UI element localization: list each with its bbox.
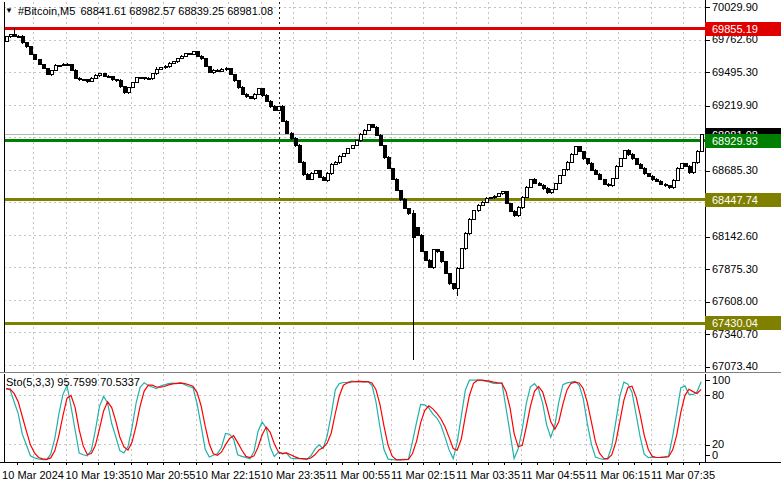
candle-bullish <box>692 163 695 172</box>
symbol-timeframe-label: #Bitcoin,M5 <box>18 5 75 17</box>
time-axis-label: 10 Mar 20:55 <box>131 469 196 481</box>
candle-bearish <box>643 168 646 173</box>
price-axis-label: 67608.00 <box>712 295 758 308</box>
candle-bearish <box>440 252 443 262</box>
candle-bearish <box>290 133 293 138</box>
candle-bullish <box>676 169 679 181</box>
price-axis-label: 69495.30 <box>712 66 758 79</box>
price-axis-label: 69219.90 <box>712 99 758 112</box>
candle-bullish <box>619 158 622 167</box>
candle-bearish <box>416 228 419 236</box>
candle-bullish <box>472 210 475 219</box>
candle-bullish <box>253 94 256 98</box>
candle-bearish <box>509 203 512 211</box>
candle-bullish <box>456 268 459 289</box>
candle-bearish <box>78 78 81 79</box>
candle-bearish <box>273 106 276 111</box>
candle-bearish <box>424 252 427 261</box>
price-badge: 69855.19 <box>705 22 781 36</box>
price-axis-label: 67073.40 <box>712 360 758 373</box>
indicator-axis-label: 100 <box>712 374 730 387</box>
candle-bullish <box>338 157 341 163</box>
one-click-trading-collapse-icon[interactable]: ▼ <box>5 6 13 16</box>
candle-bullish <box>554 184 557 189</box>
stochastic-main-line <box>6 380 701 460</box>
candle-bearish <box>513 211 516 215</box>
candle-bearish <box>229 68 232 74</box>
candle-bearish <box>196 52 199 57</box>
candle-bearish <box>119 80 122 86</box>
candle-bullish <box>611 178 614 185</box>
candle-bullish <box>58 65 61 66</box>
indicator-label: Sto(5,3,3) 95.7599 70.5337 <box>6 376 140 388</box>
candle-bullish <box>330 165 333 174</box>
candle-bullish <box>127 87 130 93</box>
candle-bullish <box>342 153 345 156</box>
candle-bullish <box>680 163 683 168</box>
candle-bearish <box>285 121 288 133</box>
main-chart-canvas[interactable] <box>0 0 781 489</box>
candle-bullish <box>517 207 520 215</box>
candle-bearish <box>639 164 642 168</box>
candle-bearish <box>208 66 211 72</box>
candle-bearish <box>82 80 85 81</box>
price-badge: 68929.93 <box>705 134 781 148</box>
candle-bullish <box>566 162 569 170</box>
candle-bullish <box>90 79 93 82</box>
candle-bearish <box>631 155 634 159</box>
candle-bearish <box>391 169 394 179</box>
candle-bullish <box>464 233 467 248</box>
candle-bullish <box>493 196 496 197</box>
candle-bearish <box>651 176 654 179</box>
stochastic-signal-line <box>6 380 701 460</box>
candle-bullish <box>180 56 183 59</box>
candle-bullish <box>477 206 480 211</box>
candle-bullish <box>481 202 484 205</box>
chart-title: ▼ #Bitcoin,M5 68841.61 68982.57 68839.25… <box>5 5 273 17</box>
candle-bullish <box>351 145 354 148</box>
candle-bearish <box>598 174 601 179</box>
candle-bearish <box>298 146 301 162</box>
candle-bullish <box>432 250 435 268</box>
candle-bullish <box>359 134 362 141</box>
candle-bullish <box>147 78 150 79</box>
candle-bullish <box>501 192 504 194</box>
candle-bullish <box>460 248 463 268</box>
candle-bearish <box>111 77 114 80</box>
candle-bullish <box>155 69 158 74</box>
candle-bullish <box>574 147 577 154</box>
candle-bearish <box>371 124 374 127</box>
candle-bullish <box>212 71 215 72</box>
ohlc-readout: 68841.61 68982.57 68839.25 68981.08 <box>80 5 273 17</box>
candle-bearish <box>659 182 662 185</box>
candle-bullish <box>521 197 524 207</box>
candle-bullish <box>367 124 370 130</box>
candle-bullish <box>529 179 532 187</box>
candle-bullish <box>355 141 358 146</box>
candle-bullish <box>168 63 171 66</box>
candle-bullish <box>489 198 492 199</box>
candle-bearish <box>17 36 20 37</box>
candle-bearish <box>412 214 415 238</box>
candle-bullish <box>550 189 553 193</box>
candle-bullish <box>485 199 488 203</box>
candle-bearish <box>546 189 549 193</box>
candle-bearish <box>635 159 638 164</box>
candle-bullish <box>50 71 53 75</box>
candle-bullish <box>700 135 703 152</box>
candle-bearish <box>452 284 455 289</box>
candle-bearish <box>399 190 402 199</box>
candle-bearish <box>241 87 244 94</box>
candle-bearish <box>306 174 309 179</box>
candle-bullish <box>184 54 187 56</box>
candle-bearish <box>66 64 69 65</box>
candle-bearish <box>204 59 207 66</box>
candle-bullish <box>615 167 618 178</box>
candle-bearish <box>322 177 325 181</box>
time-axis-label: 10 Mar 2024 <box>2 469 64 481</box>
candle-bearish <box>407 209 410 214</box>
candle-bearish <box>448 274 451 284</box>
candle-bearish <box>383 146 386 158</box>
candle-bearish <box>538 183 541 185</box>
candle-bearish <box>542 185 545 189</box>
